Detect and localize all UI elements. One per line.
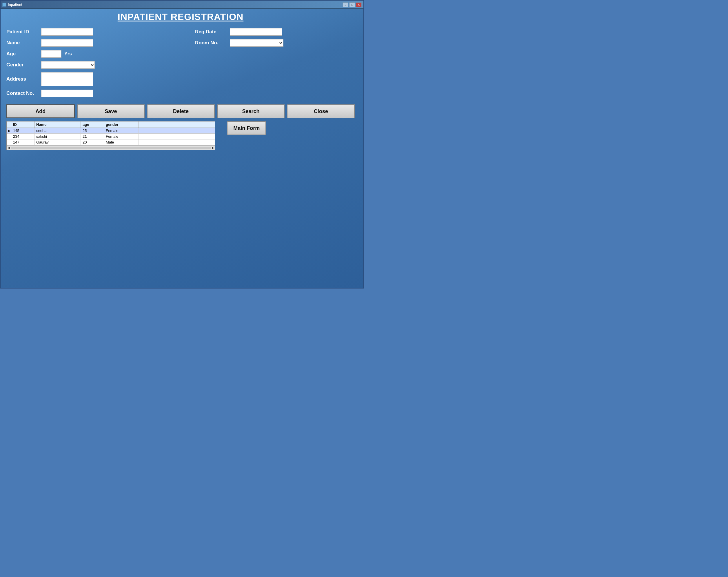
- age-column-header: age: [81, 122, 104, 128]
- cell-id: 234: [11, 134, 34, 139]
- delete-button[interactable]: Delete: [147, 104, 215, 118]
- cell-age: 21: [81, 134, 104, 139]
- table-body: ▶ 145 sneha 25 Female 234 sakshi 21 Fema…: [7, 128, 215, 145]
- reg-date-row: Reg.Date: [195, 28, 355, 36]
- contact-input[interactable]: [41, 90, 93, 97]
- cell-age: 20: [81, 140, 104, 145]
- name-input[interactable]: [41, 39, 93, 47]
- room-no-select[interactable]: [230, 39, 283, 47]
- row-selector-col: [7, 122, 11, 128]
- minimize-button[interactable]: _: [342, 2, 348, 7]
- room-no-label: Room No.: [195, 40, 227, 46]
- form-left: Patient ID Name Age Yrs Gender Mal: [6, 28, 166, 97]
- title-bar: Inpatient _ □ X: [1, 1, 363, 9]
- age-input[interactable]: [41, 50, 61, 58]
- scroll-right-icon[interactable]: ▶: [212, 146, 214, 149]
- save-button[interactable]: Save: [77, 104, 145, 118]
- page-title: INPATIENT REGISTRATION: [6, 11, 355, 22]
- contact-row: Contact No.: [6, 90, 166, 97]
- gender-label: Gender: [6, 62, 38, 68]
- main-window: Inpatient _ □ X INPATIENT REGISTRATION P…: [0, 0, 364, 288]
- contact-label: Contact No.: [6, 91, 38, 96]
- form-area: Patient ID Name Age Yrs Gender Mal: [6, 28, 355, 97]
- name-column-header: Name: [34, 122, 81, 128]
- form-right: Reg.Date Room No.: [172, 28, 355, 97]
- cell-id: 145: [11, 128, 34, 133]
- table-row[interactable]: 147 Gaurav 20 Male: [7, 140, 215, 145]
- add-button[interactable]: Add: [6, 104, 75, 118]
- main-form-button[interactable]: Main Form: [227, 121, 266, 135]
- table-header: ID Name age gender: [7, 122, 215, 128]
- cell-name: Gaurav: [34, 140, 81, 145]
- horizontal-scrollbar[interactable]: ◀ ▶: [7, 145, 215, 150]
- table-row[interactable]: 234 sakshi 21 Female: [7, 134, 215, 140]
- cell-name: sakshi: [34, 134, 81, 139]
- data-table-container: ID Name age gender ▶ 145 sneha 25 Female: [6, 121, 215, 150]
- cell-id: 147: [11, 140, 34, 145]
- patient-id-label: Patient ID: [6, 29, 38, 35]
- address-row: Address: [6, 72, 166, 86]
- close-button[interactable]: Close: [287, 104, 355, 118]
- age-label: Age: [6, 51, 38, 57]
- room-no-row: Room No.: [195, 39, 355, 47]
- maximize-button[interactable]: □: [349, 2, 355, 7]
- table-row[interactable]: ▶ 145 sneha 25 Female: [7, 128, 215, 134]
- window-icon: [2, 3, 6, 7]
- cell-gender: Male: [104, 140, 139, 145]
- search-button[interactable]: Search: [217, 104, 285, 118]
- side-buttons: Main Form: [227, 121, 266, 135]
- row-selector: ▶: [7, 129, 11, 133]
- id-column-header: ID: [11, 122, 34, 128]
- close-window-button[interactable]: X: [356, 2, 362, 7]
- name-label: Name: [6, 40, 38, 46]
- scroll-left-icon[interactable]: ◀: [7, 146, 10, 149]
- title-bar-left: Inpatient: [2, 3, 22, 7]
- patient-id-input[interactable]: [41, 28, 93, 36]
- name-row: Name: [6, 39, 166, 47]
- button-bar: Add Save Delete Search Close: [6, 104, 355, 118]
- window-title: Inpatient: [8, 3, 22, 7]
- gender-row: Gender Male Female Other: [6, 61, 166, 69]
- cell-age: 25: [81, 128, 104, 133]
- content-area: INPATIENT REGISTRATION Patient ID Name A…: [1, 9, 363, 288]
- patient-id-row: Patient ID: [6, 28, 166, 36]
- bottom-section: ID Name age gender ▶ 145 sneha 25 Female: [6, 121, 355, 150]
- address-input[interactable]: [41, 72, 93, 86]
- cell-gender: Female: [104, 134, 139, 139]
- cell-gender: Female: [104, 128, 139, 133]
- address-label: Address: [6, 76, 38, 82]
- gender-select[interactable]: Male Female Other: [41, 61, 95, 69]
- reg-date-input[interactable]: [230, 28, 282, 36]
- reg-date-label: Reg.Date: [195, 29, 227, 35]
- age-row: Age Yrs: [6, 50, 166, 58]
- gender-column-header: gender: [104, 122, 139, 128]
- age-unit: Yrs: [64, 51, 72, 56]
- title-bar-controls: _ □ X: [342, 2, 362, 7]
- cell-name: sneha: [34, 128, 81, 133]
